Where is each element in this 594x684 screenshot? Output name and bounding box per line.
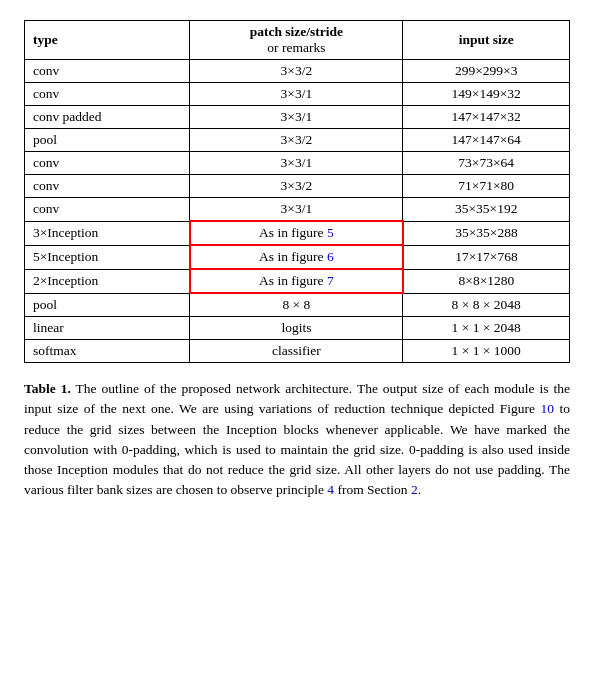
cell-type: conv <box>25 83 190 106</box>
caption-text3: from Section <box>334 482 411 497</box>
cell-type: 2×Inception <box>25 269 190 293</box>
cell-patch: As in figure 7 <box>190 269 403 293</box>
caption-link3[interactable]: 2 <box>411 482 418 497</box>
cell-patch: 3×3/1 <box>190 83 403 106</box>
cell-type: pool <box>25 293 190 317</box>
header-patch-sub: or remarks <box>198 40 394 56</box>
figure-link[interactable]: 6 <box>327 249 334 264</box>
cell-input: 35×35×192 <box>403 198 570 222</box>
cell-patch: 8 × 8 <box>190 293 403 317</box>
cell-input: 71×71×80 <box>403 175 570 198</box>
figure-text: As in figure <box>259 225 327 240</box>
table-row: conv3×3/2299×299×3 <box>25 60 570 83</box>
architecture-table-wrapper: type patch size/stride or remarks input … <box>24 20 570 363</box>
header-type-label: type <box>33 32 58 47</box>
caption-text1: The outline of the proposed network arch… <box>24 381 570 416</box>
cell-type: 5×Inception <box>25 245 190 269</box>
caption-label: Table 1. <box>24 381 71 396</box>
cell-input: 73×73×64 <box>403 152 570 175</box>
header-patch-main: patch size/stride <box>198 24 394 40</box>
cell-type: conv <box>25 175 190 198</box>
header-type: type <box>25 21 190 60</box>
cell-type: 3×Inception <box>25 221 190 245</box>
header-input-label: input size <box>459 32 514 47</box>
cell-type: conv padded <box>25 106 190 129</box>
figure-link[interactable]: 7 <box>327 273 334 288</box>
table-caption: Table 1. The outline of the proposed net… <box>24 379 570 501</box>
table-row: conv3×3/135×35×192 <box>25 198 570 222</box>
cell-input: 8 × 8 × 2048 <box>403 293 570 317</box>
table-row: 3×InceptionAs in figure 535×35×288 <box>25 221 570 245</box>
cell-input: 147×147×32 <box>403 106 570 129</box>
table-row: 5×InceptionAs in figure 617×17×768 <box>25 245 570 269</box>
architecture-table: type patch size/stride or remarks input … <box>24 20 570 363</box>
cell-type: conv <box>25 60 190 83</box>
caption-text4: . <box>418 482 421 497</box>
cell-patch: 3×3/1 <box>190 152 403 175</box>
table-row: conv3×3/173×73×64 <box>25 152 570 175</box>
table-body: conv3×3/2299×299×3conv3×3/1149×149×32con… <box>25 60 570 363</box>
header-input: input size <box>403 21 570 60</box>
cell-input: 299×299×3 <box>403 60 570 83</box>
table-row: pool3×3/2147×147×64 <box>25 129 570 152</box>
cell-input: 1 × 1 × 2048 <box>403 317 570 340</box>
cell-input: 8×8×1280 <box>403 269 570 293</box>
cell-patch: 3×3/2 <box>190 175 403 198</box>
table-row: conv3×3/1149×149×32 <box>25 83 570 106</box>
cell-patch: logits <box>190 317 403 340</box>
cell-type: linear <box>25 317 190 340</box>
table-row: pool8 × 88 × 8 × 2048 <box>25 293 570 317</box>
cell-type: pool <box>25 129 190 152</box>
cell-patch: 3×3/1 <box>190 198 403 222</box>
cell-patch: As in figure 6 <box>190 245 403 269</box>
cell-patch: As in figure 5 <box>190 221 403 245</box>
figure-text: As in figure <box>259 273 327 288</box>
cell-input: 1 × 1 × 1000 <box>403 340 570 363</box>
cell-patch: 3×3/1 <box>190 106 403 129</box>
table-row: conv padded3×3/1147×147×32 <box>25 106 570 129</box>
cell-patch: 3×3/2 <box>190 60 403 83</box>
cell-input: 147×147×64 <box>403 129 570 152</box>
cell-patch: 3×3/2 <box>190 129 403 152</box>
table-row: 2×InceptionAs in figure 78×8×1280 <box>25 269 570 293</box>
figure-text: As in figure <box>259 249 327 264</box>
cell-type: softmax <box>25 340 190 363</box>
figure-link[interactable]: 5 <box>327 225 334 240</box>
cell-input: 35×35×288 <box>403 221 570 245</box>
cell-type: conv <box>25 198 190 222</box>
cell-input: 149×149×32 <box>403 83 570 106</box>
header-patch: patch size/stride or remarks <box>190 21 403 60</box>
cell-input: 17×17×768 <box>403 245 570 269</box>
cell-patch: classifier <box>190 340 403 363</box>
table-row: softmaxclassifier1 × 1 × 1000 <box>25 340 570 363</box>
table-row: conv3×3/271×71×80 <box>25 175 570 198</box>
cell-type: conv <box>25 152 190 175</box>
table-row: linearlogits1 × 1 × 2048 <box>25 317 570 340</box>
caption-link1[interactable]: 10 <box>541 401 555 416</box>
